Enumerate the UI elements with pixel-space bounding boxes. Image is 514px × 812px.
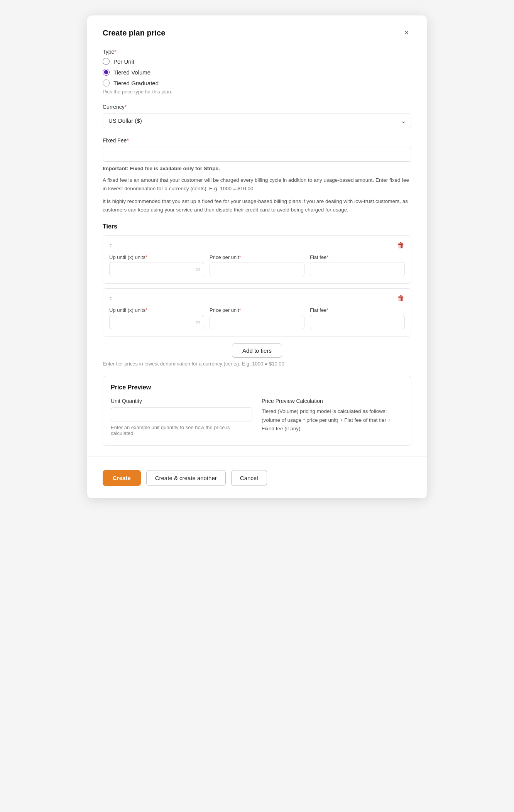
currency-select-wrapper: US Dollar ($) ⌄ — [103, 113, 411, 128]
tier-2-header: ↕ 🗑 — [109, 294, 405, 303]
tier-1-price-per-unit: Price per unit* 20 — [210, 254, 304, 276]
delete-tier-1-button[interactable]: 🗑 — [397, 241, 405, 250]
tier-2-price-label: Price per unit* — [210, 307, 304, 313]
type-tiered-graduated-label: Tiered Graduated — [113, 80, 159, 86]
sort-icon-1[interactable]: ↕ — [109, 242, 112, 249]
type-per-unit-label: Per Unit — [113, 58, 134, 65]
type-tiered-volume-label: Tiered Volume — [113, 69, 150, 76]
delete-tier-2-button[interactable]: 🗑 — [397, 294, 405, 303]
price-preview-title: Price Preview — [111, 384, 403, 391]
tiers-label: Tiers — [103, 223, 411, 230]
price-preview-box: Price Preview Unit Quantity Enter an exa… — [103, 376, 411, 446]
type-label: Type* — [103, 49, 411, 55]
footer: Create Create & create another Cancel — [103, 466, 411, 486]
tier-2-up-until-input-wrapper: ∞ ∞ — [109, 315, 204, 329]
type-tiered-graduated[interactable]: Tiered Graduated — [103, 80, 411, 86]
tier-note: Enter tier prices in lowest denomination… — [103, 361, 411, 367]
fixed-fee-section: Fixed Fee* 1000 Important: Fixed fee is … — [103, 137, 411, 214]
type-radio-group: Per Unit Tiered Volume Tiered Graduated — [103, 58, 411, 86]
type-per-unit-radio[interactable] — [103, 58, 110, 65]
type-section: Type* Per Unit Tiered Volume Tiered Grad… — [103, 49, 411, 95]
tier-1-up-until: Up until (x) units* 5 ∞ — [109, 254, 204, 276]
sort-icon-2[interactable]: ↕ — [109, 295, 112, 302]
tier-1-flat-fee-label: Flat fee* — [310, 254, 405, 260]
price-preview-grid: Unit Quantity Enter an example unit quan… — [111, 398, 403, 436]
type-tiered-volume[interactable]: Tiered Volume — [103, 69, 411, 76]
currency-section: Currency* US Dollar ($) ⌄ — [103, 104, 411, 128]
fixed-fee-info2: It is highly recommended that you set up… — [103, 197, 411, 214]
unit-quantity-label: Unit Quantity — [111, 398, 252, 404]
type-hint: Pick the price type for this plan. — [103, 89, 411, 95]
tier-2-flat-fee: Flat fee* 0 — [310, 307, 405, 329]
tier-1-fields: Up until (x) units* 5 ∞ Price per unit* … — [109, 254, 405, 276]
fixed-fee-label: Fixed Fee* — [103, 137, 411, 144]
tier-1-flat-fee-input[interactable]: 1000 — [310, 262, 405, 276]
tier-1-up-until-label: Up until (x) units* — [109, 254, 204, 260]
unit-quantity-hint: Enter an example unit quantity to see ho… — [111, 425, 252, 436]
tier-2-flat-fee-input[interactable]: 0 — [310, 315, 405, 329]
type-tiered-graduated-radio[interactable] — [103, 80, 110, 86]
tier-card-1: ↕ 🗑 Up until (x) units* 5 ∞ Price per un… — [103, 235, 411, 284]
tier-2-up-until-input[interactable]: ∞ — [109, 315, 204, 329]
create-button[interactable]: Create — [103, 470, 141, 486]
type-tiered-volume-radio[interactable] — [103, 69, 110, 76]
unit-quantity-input[interactable] — [111, 407, 252, 421]
tier-2-price-per-unit: Price per unit* 15 — [210, 307, 304, 329]
calc-column: Price Preview Calculation Tiered (Volume… — [262, 398, 403, 436]
add-to-tiers-button[interactable]: Add to tiers — [232, 343, 282, 358]
tier-2-flat-fee-label: Flat fee* — [310, 307, 405, 313]
tier-1-flat-fee: Flat fee* 1000 — [310, 254, 405, 276]
tier-2-up-until: Up until (x) units* ∞ ∞ — [109, 307, 204, 329]
fixed-fee-info1: A fixed fee is an amount that your custo… — [103, 176, 411, 193]
footer-divider — [87, 457, 427, 457]
modal-container: Create plan price × Type* Per Unit Tiere… — [87, 15, 427, 498]
type-per-unit[interactable]: Per Unit — [103, 58, 411, 65]
fixed-fee-warning: Important: Fixed fee is available only f… — [103, 166, 411, 171]
add-tiers-row: Add to tiers — [103, 343, 411, 358]
unit-quantity-column: Unit Quantity Enter an example unit quan… — [111, 398, 252, 436]
calc-text: Tiered (Volume) pricing model is calcula… — [262, 407, 403, 433]
tier-2-fields: Up until (x) units* ∞ ∞ Price per unit* … — [109, 307, 405, 329]
tier-1-up-until-input-wrapper: 5 ∞ — [109, 262, 204, 276]
currency-label: Currency* — [103, 104, 411, 110]
cancel-button[interactable]: Cancel — [231, 470, 267, 486]
tier-2-price-input[interactable]: 15 — [210, 315, 304, 329]
tier-1-price-label: Price per unit* — [210, 254, 304, 260]
close-button[interactable]: × — [402, 28, 411, 38]
create-another-button[interactable]: Create & create another — [146, 470, 226, 486]
fixed-fee-input[interactable]: 1000 — [103, 147, 411, 162]
currency-select[interactable]: US Dollar ($) — [103, 113, 411, 128]
tier-card-2: ↕ 🗑 Up until (x) units* ∞ ∞ Price per un… — [103, 288, 411, 337]
tiers-section: Tiers ↕ 🗑 Up until (x) units* 5 ∞ — [103, 223, 411, 367]
tier-2-up-until-label: Up until (x) units* — [109, 307, 204, 313]
tier-1-price-input[interactable]: 20 — [210, 262, 304, 276]
tier-1-header: ↕ 🗑 — [109, 241, 405, 250]
tier-1-up-until-input[interactable]: 5 — [109, 262, 204, 276]
modal-header: Create plan price × — [103, 28, 411, 38]
calc-label: Price Preview Calculation — [262, 398, 403, 404]
modal-title: Create plan price — [103, 29, 165, 37]
